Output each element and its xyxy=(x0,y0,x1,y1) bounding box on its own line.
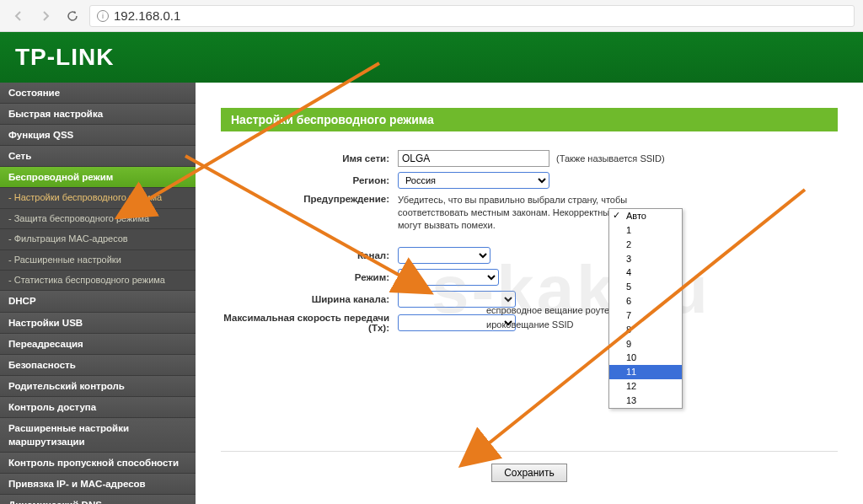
panel-title: Настройки беспроводного режима xyxy=(221,108,838,131)
txrate-label: Максимальная скорость передачи (Tx): xyxy=(221,313,398,333)
channel-option[interactable]: 8 xyxy=(609,323,682,337)
channel-option[interactable]: ✓Авто xyxy=(609,209,682,223)
sidebar-item[interactable]: Сеть xyxy=(0,146,196,167)
sidebar-item[interactable]: Беспроводной режим xyxy=(0,167,196,188)
url-text: 192.168.0.1 xyxy=(114,8,180,23)
back-button[interactable] xyxy=(8,6,29,26)
sidebar-subitem[interactable]: - Защита беспроводного режима xyxy=(0,209,196,229)
sidebar-item[interactable]: Функция QSS xyxy=(0,125,196,146)
sidebar: СостояниеБыстрая настройкаФункция QSSСет… xyxy=(0,83,196,504)
app-header: TP-LINK xyxy=(0,32,863,83)
mode-label: Режим: xyxy=(221,272,398,282)
channel-dropdown[interactable]: ✓Авто12345678910111213 xyxy=(608,208,683,409)
ssid-hint: (Также называется SSID) xyxy=(556,153,665,164)
sidebar-item[interactable]: Расширенные настройки маршрутизации xyxy=(0,418,196,453)
sidebar-item[interactable]: Быстрая настройка xyxy=(0,104,196,125)
sidebar-item[interactable]: Контроль доступа xyxy=(0,397,196,418)
sidebar-item[interactable]: Привязка IP- и MAC-адресов xyxy=(0,474,196,495)
browser-toolbar: i 192.168.0.1 xyxy=(0,0,863,32)
sidebar-item[interactable]: Динамический DNS xyxy=(0,495,196,504)
sidebar-item[interactable]: Переадресация xyxy=(0,334,196,355)
sidebar-item[interactable]: Родительский контроль xyxy=(0,376,196,397)
region-select[interactable]: Россия xyxy=(398,172,549,189)
checkbox-broadcast-label: еспроводное вещание роутера xyxy=(486,305,619,315)
channel-option[interactable]: 9 xyxy=(609,337,682,351)
mode-select[interactable]: ый xyxy=(398,269,499,286)
warning-label: Предупреждение: xyxy=(221,194,398,204)
channel-option[interactable]: 1 xyxy=(609,223,682,238)
ssid-input[interactable] xyxy=(398,150,549,167)
sidebar-subitem[interactable]: - Фильтрация MAC-адресов xyxy=(0,229,196,249)
width-label: Ширина канала: xyxy=(221,294,398,304)
channel-option[interactable]: 5 xyxy=(609,280,682,294)
sidebar-subitem[interactable]: - Статистика беспроводного режима xyxy=(0,271,196,291)
sidebar-item[interactable]: Контроль пропускной способности xyxy=(0,453,196,474)
brand-logo: TP-LINK xyxy=(15,44,114,71)
channel-option[interactable]: 10 xyxy=(609,351,682,365)
save-button[interactable]: Сохранить xyxy=(491,464,567,482)
channel-option[interactable]: 12 xyxy=(609,379,682,394)
reload-button[interactable] xyxy=(62,6,83,26)
channel-option[interactable]: 4 xyxy=(609,265,682,280)
url-bar[interactable]: i 192.168.0.1 xyxy=(89,5,855,27)
channel-option[interactable]: 13 xyxy=(609,394,682,408)
sidebar-item[interactable]: Настройки USB xyxy=(0,313,196,334)
channel-option[interactable]: 2 xyxy=(609,238,682,252)
sidebar-item[interactable]: Безопасность xyxy=(0,355,196,376)
channel-option[interactable]: 3 xyxy=(609,252,682,266)
ssid-label: Имя сети: xyxy=(221,153,398,164)
region-label: Регион: xyxy=(221,175,398,185)
info-icon: i xyxy=(97,10,109,22)
channel-option[interactable]: 11 xyxy=(609,365,682,379)
channel-label: Канал: xyxy=(221,250,398,260)
checkbox-ssid-label: ироковещание SSID xyxy=(486,319,574,330)
sidebar-subitem[interactable]: - Расширенные настройки xyxy=(0,250,196,271)
main-panel: s-kak.ru Настройки беспроводного режима … xyxy=(196,83,863,504)
sidebar-item[interactable]: DHCP xyxy=(0,291,196,312)
channel-option[interactable]: 7 xyxy=(609,308,682,323)
sidebar-item[interactable]: Состояние xyxy=(0,83,196,104)
channel-option[interactable]: 6 xyxy=(609,294,682,308)
channel-select[interactable] xyxy=(398,247,490,264)
forward-button[interactable] xyxy=(35,6,56,26)
sidebar-subitem[interactable]: - Настройки беспроводного режима xyxy=(0,188,196,208)
